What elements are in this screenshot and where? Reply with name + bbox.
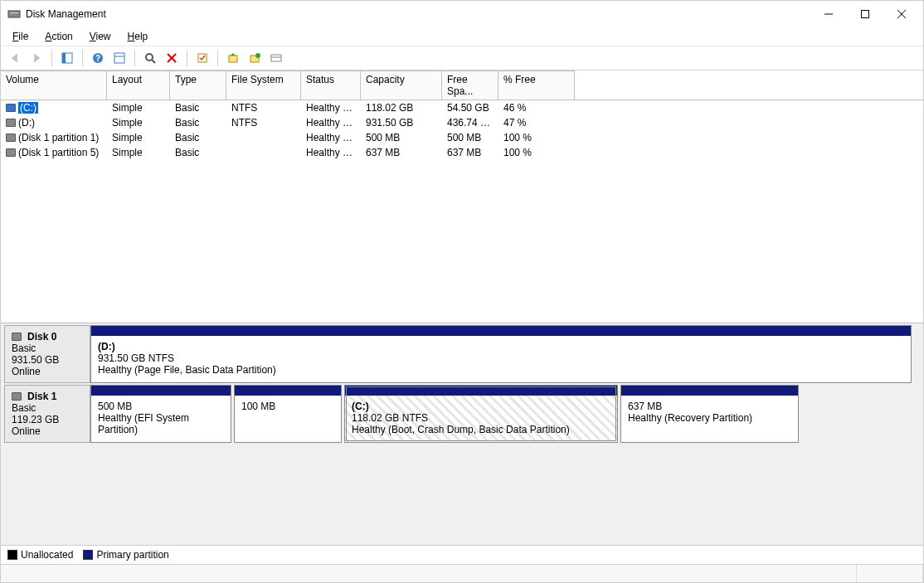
properties-icon[interactable]: [193, 49, 212, 67]
volume-type: Basic: [170, 101, 226, 114]
volume-capacity: 637 MB: [361, 146, 442, 159]
volume-pct: 100 %: [498, 146, 575, 159]
action2-icon[interactable]: [246, 49, 264, 67]
legend-primary-swatch: [83, 550, 93, 560]
settings-icon[interactable]: [110, 49, 129, 67]
close-button[interactable]: [883, 2, 920, 26]
volume-free: 436.74 GB: [442, 116, 498, 129]
partition-band: [621, 386, 798, 396]
col-filesystem[interactable]: File System: [226, 70, 301, 100]
partition-band: [91, 326, 911, 336]
menu-file[interactable]: File: [6, 29, 35, 44]
col-freespace[interactable]: Free Spa...: [442, 70, 498, 100]
volume-status: Healthy (R...: [301, 146, 361, 159]
partition-band: [91, 386, 231, 396]
legend: Unallocated Primary partition: [1, 545, 923, 564]
action3-icon[interactable]: [267, 49, 285, 67]
refresh-icon[interactable]: [141, 49, 159, 67]
maximize-button[interactable]: [847, 2, 883, 26]
svg-rect-10: [114, 53, 124, 63]
svg-point-19: [255, 53, 260, 58]
volume-fs: NTFS: [226, 116, 301, 129]
col-layout[interactable]: Layout: [107, 70, 170, 100]
col-capacity[interactable]: Capacity: [361, 70, 442, 100]
svg-rect-1: [10, 12, 18, 13]
disk-graphical-view[interactable]: Disk 0Basic931.50 GBOnline(D:)931.50 GB …: [1, 323, 923, 564]
disk-row: Disk 1Basic119.23 GBOnline500 MBHealthy …: [4, 385, 920, 443]
volume-layout: Simple: [107, 116, 170, 129]
volume-status: Healthy (P...: [301, 116, 361, 129]
volume-status: Healthy (E...: [301, 131, 361, 144]
show-hide-console-tree-icon[interactable]: [58, 49, 76, 67]
volume-fs: [226, 131, 301, 144]
menu-view[interactable]: View: [83, 29, 118, 44]
titlebar: Disk Management: [1, 1, 923, 27]
legend-unallocated-swatch: [7, 550, 17, 560]
svg-rect-0: [8, 11, 20, 17]
volume-layout: Simple: [107, 131, 170, 144]
legend-unallocated-label: Unallocated: [21, 549, 73, 561]
volume-name: (D:): [1, 116, 107, 129]
volume-row[interactable]: (D:)SimpleBasicNTFSHealthy (P...931.50 G…: [1, 115, 923, 130]
legend-primary-label: Primary partition: [96, 549, 168, 561]
partition[interactable]: (D:)931.50 GB NTFSHealthy (Page File, Ba…: [90, 325, 912, 383]
back-button[interactable]: [6, 49, 24, 67]
col-status[interactable]: Status: [301, 70, 361, 100]
volume-fs: NTFS: [226, 101, 301, 114]
volume-name: (C:): [1, 101, 107, 114]
partition[interactable]: 100 MB: [234, 385, 342, 443]
window-title: Disk Management: [26, 8, 106, 20]
volume-row[interactable]: (Disk 1 partition 5)SimpleBasicHealthy (…: [1, 145, 923, 160]
volume-layout: Simple: [107, 146, 170, 159]
col-volume[interactable]: Volume: [1, 70, 107, 100]
disk-info[interactable]: Disk 1Basic119.23 GBOnline: [4, 385, 90, 443]
help-toolbar-icon[interactable]: ?: [89, 49, 107, 67]
svg-point-12: [146, 54, 153, 61]
disk-info[interactable]: Disk 0Basic931.50 GBOnline: [4, 325, 90, 383]
action1-icon[interactable]: [224, 49, 242, 67]
menubar: File Action View Help: [1, 27, 923, 46]
volume-pct: 47 %: [498, 116, 575, 129]
volume-name: (Disk 1 partition 1): [1, 131, 107, 144]
partition[interactable]: (C:)118.02 GB NTFSHealthy (Boot, Crash D…: [344, 385, 618, 443]
col-pctfree[interactable]: % Free: [498, 70, 575, 100]
volume-fs: [226, 146, 301, 159]
volume-type: Basic: [170, 131, 226, 144]
svg-rect-17: [229, 56, 237, 62]
volume-pct: 46 %: [498, 101, 575, 114]
volume-layout: Simple: [107, 101, 170, 114]
svg-text:?: ?: [95, 54, 100, 63]
volume-capacity: 931.50 GB: [361, 116, 442, 129]
minimize-button[interactable]: [810, 2, 847, 26]
volume-list-header[interactable]: Volume Layout Type File System Status Ca…: [1, 70, 923, 100]
volume-row[interactable]: (Disk 1 partition 1)SimpleBasicHealthy (…: [1, 130, 923, 145]
forward-button[interactable]: [27, 49, 46, 67]
statusbar: [1, 564, 923, 582]
volume-free: 637 MB: [442, 146, 498, 159]
volume-type: Basic: [170, 146, 226, 159]
app-icon: [7, 7, 21, 21]
volume-name: (Disk 1 partition 5): [1, 146, 107, 159]
col-type[interactable]: Type: [170, 70, 226, 100]
volume-row[interactable]: (C:)SimpleBasicNTFSHealthy (B...118.02 G…: [1, 100, 923, 115]
delete-icon[interactable]: [163, 49, 181, 67]
disk-row: Disk 0Basic931.50 GBOnline(D:)931.50 GB …: [4, 325, 920, 383]
volume-free: 500 MB: [442, 131, 498, 144]
partition-band: [345, 386, 617, 396]
volume-free: 54.50 GB: [442, 101, 498, 114]
volume-list[interactable]: Volume Layout Type File System Status Ca…: [1, 70, 923, 323]
svg-rect-20: [271, 55, 281, 61]
svg-line-13: [152, 60, 155, 63]
volume-type: Basic: [170, 116, 226, 129]
partition-band: [235, 386, 341, 396]
volume-pct: 100 %: [498, 131, 575, 144]
volume-capacity: 500 MB: [361, 131, 442, 144]
partition[interactable]: 637 MBHealthy (Recovery Partition): [620, 385, 799, 443]
volume-capacity: 118.02 GB: [361, 101, 442, 114]
partition[interactable]: 500 MBHealthy (EFI System Partition): [90, 385, 231, 443]
menu-help[interactable]: Help: [121, 29, 155, 44]
toolbar: ?: [1, 46, 923, 70]
svg-rect-7: [62, 53, 66, 63]
menu-action[interactable]: Action: [38, 29, 79, 44]
volume-status: Healthy (B...: [301, 101, 361, 114]
